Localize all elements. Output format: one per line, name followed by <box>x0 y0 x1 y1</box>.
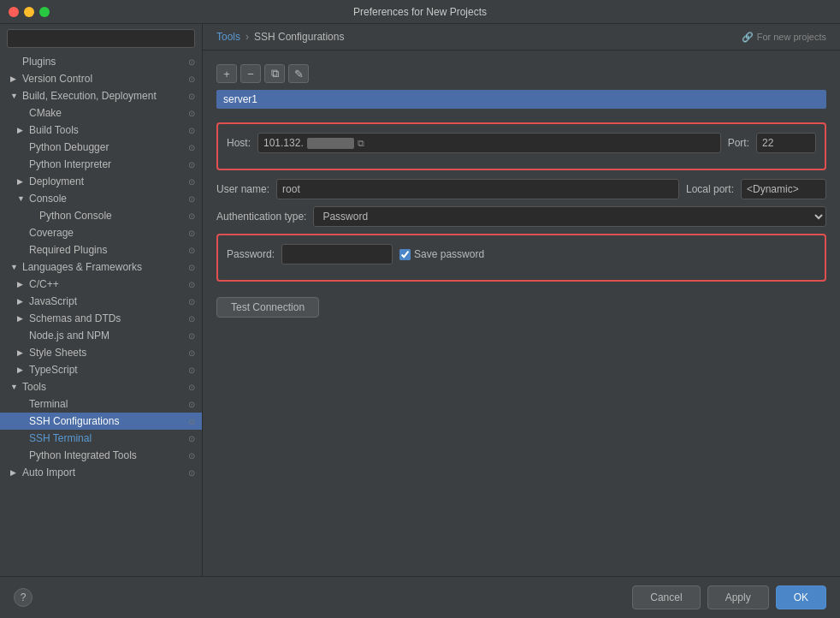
host-value-text: 101.132. <box>263 137 304 149</box>
test-connection-button[interactable]: Test Connection <box>216 297 319 318</box>
host-copy-icon[interactable]: ⧉ <box>358 138 364 149</box>
arrow-icon: ▶ <box>17 297 26 306</box>
sidebar-item-schemas[interactable]: ▶ Schemas and DTDs ⊙ <box>0 310 202 327</box>
sidebar-item-build-execution[interactable]: ▼ Build, Execution, Deployment ⊙ <box>0 87 202 104</box>
window-controls <box>9 7 50 17</box>
sidebar-item-python-integrated[interactable]: Python Integrated Tools ⊙ <box>0 447 202 464</box>
settings-icon: ⊙ <box>188 348 195 358</box>
sidebar-item-python-interpreter[interactable]: Python Interpreter ⊙ <box>0 156 202 173</box>
settings-icon: ⊙ <box>188 331 195 341</box>
sidebar-item-stylesheets[interactable]: ▶ Style Sheets ⊙ <box>0 344 202 361</box>
sidebar-item-required-plugins[interactable]: Required Plugins ⊙ <box>0 241 202 258</box>
ok-button[interactable]: OK <box>776 585 826 609</box>
arrow-icon: ▼ <box>10 92 19 100</box>
sidebar-item-plugins[interactable]: Plugins ⊙ <box>0 53 202 70</box>
close-button[interactable] <box>9 7 19 17</box>
breadcrumb-tab: 🔗 For new projects <box>742 32 826 43</box>
arrow-icon: ▶ <box>17 126 26 134</box>
username-input[interactable] <box>276 179 679 199</box>
sidebar-item-console[interactable]: ▼ Console ⊙ <box>0 190 202 207</box>
cancel-button[interactable]: Cancel <box>632 585 700 609</box>
arrow-icon: ▼ <box>10 383 19 391</box>
sidebar-item-build-tools[interactable]: ▶ Build Tools ⊙ <box>0 122 202 139</box>
sidebar-item-ssh-config[interactable]: SSH Configurations ⊙ <box>0 413 202 430</box>
tab-icon: 🔗 <box>742 32 754 43</box>
dialog: Plugins ⊙ ▶ Version Control ⊙ ▼ Build, E… <box>0 24 840 618</box>
breadcrumb-tools[interactable]: Tools <box>216 31 240 43</box>
copy-server-button[interactable]: ⧉ <box>264 64 285 83</box>
settings-icon: ⊙ <box>188 280 195 289</box>
sidebar-item-auto-import[interactable]: ▶ Auto Import ⊙ <box>0 464 202 481</box>
settings-icon: ⊙ <box>188 57 195 67</box>
sidebar-item-python-console[interactable]: Python Console ⊙ <box>0 207 202 224</box>
apply-button[interactable]: Apply <box>707 585 769 609</box>
settings-icon: ⊙ <box>188 468 195 478</box>
port-label: Port: <box>728 137 749 149</box>
auth-type-label: Authentication type: <box>216 211 306 223</box>
settings-icon: ⊙ <box>188 400 195 409</box>
host-port-row: Host: 101.132. ⧉ Port: <box>227 133 816 153</box>
arrow-icon: ▼ <box>10 263 19 271</box>
settings-icon: ⊙ <box>188 177 195 187</box>
sidebar-item-version-control[interactable]: ▶ Version Control ⊙ <box>0 70 202 87</box>
sidebar-item-terminal[interactable]: Terminal ⊙ <box>0 395 202 413</box>
password-row: Password: Save password <box>227 244 816 264</box>
settings-icon: ⊙ <box>188 74 195 84</box>
local-port-input[interactable] <box>741 179 826 199</box>
settings-icon: ⊙ <box>188 417 195 426</box>
settings-icon: ⊙ <box>188 297 195 306</box>
minimize-button[interactable] <box>24 7 34 17</box>
search-input[interactable] <box>7 29 195 48</box>
edit-server-button[interactable]: ✎ <box>288 64 309 83</box>
arrow-icon: ▶ <box>10 468 19 477</box>
sidebar-item-cpp[interactable]: ▶ C/C++ ⊙ <box>0 276 202 293</box>
breadcrumb-separator: › <box>245 31 249 43</box>
settings-icon: ⊙ <box>188 229 195 238</box>
settings-icon: ⊙ <box>188 383 195 392</box>
username-localport-row: User name: Local port: <box>216 179 826 199</box>
sidebar-item-python-debugger[interactable]: Python Debugger ⊙ <box>0 139 202 156</box>
server-list: server1 <box>216 90 826 109</box>
sidebar-item-typescript[interactable]: ▶ TypeScript ⊙ <box>0 361 202 378</box>
sidebar-item-nodejs[interactable]: Node.js and NPM ⊙ <box>0 327 202 344</box>
form-panel: + − ⧉ ✎ server1 Host: 101.132. <box>203 51 840 576</box>
server-list-item[interactable]: server1 <box>216 90 826 109</box>
arrow-icon: ▶ <box>17 280 26 288</box>
help-button[interactable]: ? <box>14 588 33 607</box>
content-area: Tools › SSH Configurations 🔗 For new pro… <box>203 24 840 576</box>
port-input[interactable] <box>756 133 816 153</box>
sidebar-item-tools[interactable]: ▼ Tools ⊙ <box>0 378 202 395</box>
bottom-bar: ? Cancel Apply OK <box>0 576 840 618</box>
sidebar-item-cmake[interactable]: CMake ⊙ <box>0 104 202 122</box>
settings-icon: ⊙ <box>188 451 195 461</box>
sidebar-item-languages[interactable]: ▼ Languages & Frameworks ⊙ <box>0 258 202 276</box>
sidebar-item-deployment[interactable]: ▶ Deployment ⊙ <box>0 173 202 190</box>
save-password-checkbox[interactable] <box>399 249 411 260</box>
title-bar: Preferences for New Projects <box>0 0 840 24</box>
local-port-label: Local port: <box>686 183 734 195</box>
settings-icon: ⊙ <box>188 126 195 135</box>
window-title: Preferences for New Projects <box>353 6 487 18</box>
remove-server-button[interactable]: − <box>240 64 261 83</box>
password-input[interactable] <box>281 244 393 264</box>
add-server-button[interactable]: + <box>216 64 237 83</box>
settings-icon: ⊙ <box>188 434 195 443</box>
save-password-label[interactable]: Save password <box>399 248 484 260</box>
settings-icon: ⊙ <box>188 92 195 101</box>
auth-type-row: Authentication type: Password Key pair O… <box>216 206 826 227</box>
auth-type-select[interactable]: Password Key pair OpenSSH config and aut… <box>313 206 826 227</box>
sidebar: Plugins ⊙ ▶ Version Control ⊙ ▼ Build, E… <box>0 24 203 576</box>
sidebar-item-javascript[interactable]: ▶ JavaScript ⊙ <box>0 293 202 310</box>
settings-icon: ⊙ <box>188 314 195 324</box>
username-label: User name: <box>216 183 269 195</box>
breadcrumb: Tools › SSH Configurations 🔗 For new pro… <box>203 24 840 51</box>
sidebar-item-ssh-terminal[interactable]: SSH Terminal ⊙ <box>0 430 202 447</box>
host-port-section: Host: 101.132. ⧉ Port: <box>216 122 826 170</box>
arrow-icon: ▶ <box>17 314 26 323</box>
sidebar-item-coverage[interactable]: Coverage ⊙ <box>0 224 202 241</box>
breadcrumb-ssh-config: SSH Configurations <box>254 31 344 43</box>
settings-icon: ⊙ <box>188 365 195 375</box>
maximize-button[interactable] <box>39 7 50 17</box>
arrow-icon: ▶ <box>10 74 19 83</box>
settings-icon: ⊙ <box>188 211 195 221</box>
